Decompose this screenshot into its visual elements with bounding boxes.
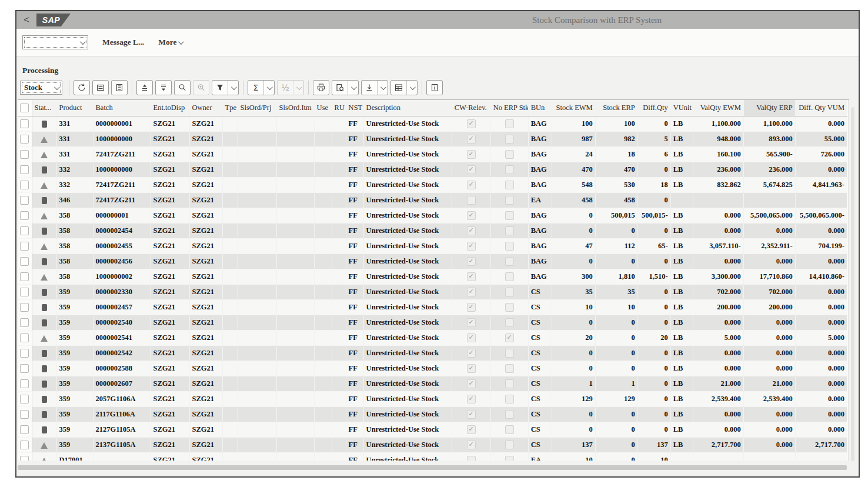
sort-ascending-button[interactable] — [136, 80, 153, 95]
chevron-down-icon[interactable] — [406, 81, 417, 95]
col-header-ru[interactable]: RU — [332, 100, 346, 116]
table-row[interactable]: 3580000002456SZG21SZG21FFUnrestricted-Us… — [18, 254, 847, 269]
table-row[interactable]: 33272417ZG211SZG21SZG21FFUnrestricted-Us… — [18, 178, 847, 193]
table-row[interactable]: 3311000000000SZG21SZG21FFUnrestricted-Us… — [18, 132, 847, 147]
print-button[interactable] — [313, 80, 329, 95]
table-row[interactable]: 3590000002588SZG21SZG21FFUnrestricted-Us… — [18, 361, 847, 376]
table-row[interactable]: 3590000002542SZG21SZG21FFUnrestricted-Us… — [18, 346, 847, 361]
filter-button[interactable] — [212, 80, 239, 95]
check-entries-button[interactable] — [111, 80, 128, 95]
table-row[interactable]: 3580000002454SZG21SZG21FFUnrestricted-Us… — [18, 224, 847, 239]
col-header-use[interactable]: Use — [314, 100, 332, 116]
table-row[interactable]: 3592117G1106ASZG21SZG21FFUnrestricted-Us… — [18, 407, 847, 422]
table-row[interactable]: D17001SZG21SZG21FFUnrestricted-Use Stock… — [18, 453, 847, 461]
views-button[interactable] — [390, 80, 418, 95]
table-row[interactable]: 33172417ZG211SZG21SZG21FFUnrestricted-Us… — [18, 147, 847, 162]
status-cell — [32, 239, 56, 254]
table-row[interactable]: 3590000002541SZG21SZG21FFUnrestricted-Us… — [18, 331, 847, 346]
row-checkbox[interactable] — [20, 211, 29, 220]
row-checkbox[interactable] — [20, 135, 29, 144]
col-header-owner[interactable]: Owner — [189, 100, 222, 116]
row-checkbox[interactable] — [20, 257, 29, 266]
chevron-down-icon[interactable] — [293, 81, 303, 95]
row-checkbox[interactable] — [20, 441, 29, 449]
col-header-noErpStk[interactable]: No ERP Stk — [490, 100, 528, 116]
table-row[interactable]: 3592057G1106ASZG21SZG21FFUnrestricted-Us… — [18, 392, 847, 407]
details-button[interactable] — [92, 80, 109, 95]
row-checkbox[interactable] — [20, 303, 29, 312]
table-row[interactable]: 3590000002540SZG21SZG21FFUnrestricted-Us… — [18, 315, 847, 331]
table-row[interactable]: 3321000000000SZG21SZG21FFUnrestricted-Us… — [18, 162, 847, 178]
table-row[interactable]: 3590000002457SZG21SZG21FFUnrestricted-Us… — [18, 300, 847, 315]
table-row[interactable]: 34672417ZG211SZG21SZG21FFUnrestricted-Us… — [18, 193, 847, 208]
refresh-button[interactable] — [74, 80, 90, 95]
col-header-valQtyErp[interactable]: ValQty ERP — [743, 100, 795, 116]
back-button[interactable]: < — [16, 11, 36, 29]
export-view-button[interactable] — [332, 80, 359, 95]
table-row[interactable]: 3592127G1105ASZG21SZG21FFUnrestricted-Us… — [18, 422, 847, 438]
transaction-code-input[interactable] — [22, 35, 88, 49]
table-row[interactable]: 358000000001SZG21SZG21FFUnrestricted-Use… — [18, 208, 847, 224]
table-row[interactable]: 3580000002455SZG21SZG21FFUnrestricted-Us… — [18, 239, 847, 254]
valQtyEwm-cell — [693, 193, 743, 208]
sort-descending-button[interactable] — [155, 80, 172, 95]
chevron-down-icon[interactable] — [377, 81, 388, 95]
row-checkbox[interactable] — [20, 410, 29, 419]
row-checkbox[interactable] — [20, 150, 29, 159]
col-header-bun[interactable]: BUn — [528, 100, 552, 116]
row-checkbox[interactable] — [20, 196, 29, 205]
chevron-down-icon[interactable] — [228, 81, 238, 95]
row-checkbox[interactable] — [20, 395, 29, 403]
col-header-select-all[interactable] — [18, 100, 32, 116]
col-header-slsOrdItm[interactable]: SlsOrd.Itm — [276, 100, 314, 116]
row-checkbox[interactable] — [20, 165, 29, 174]
col-header-diffQtyVum[interactable]: Diff. Qty VUM — [795, 100, 847, 116]
col-header-nst[interactable]: NST — [346, 100, 363, 116]
row-checkbox[interactable] — [20, 333, 29, 342]
col-header-vunit[interactable]: VUnit — [670, 100, 693, 116]
col-header-description[interactable]: Description — [363, 100, 452, 116]
horizontal-scrollbar[interactable] — [18, 465, 847, 470]
col-header-stockErp[interactable]: Stock ERP — [595, 100, 637, 116]
message-log-button[interactable]: Message L... — [102, 38, 144, 47]
row-checkbox[interactable] — [20, 425, 29, 434]
find-button[interactable] — [174, 80, 191, 95]
status-square-icon — [42, 289, 47, 296]
view-selector-dropdown[interactable]: Stock — [20, 81, 62, 95]
col-header-stockEwm[interactable]: Stock EWM — [552, 100, 595, 116]
table-row[interactable]: 3590000002607SZG21SZG21FFUnrestricted-Us… — [18, 376, 847, 392]
row-checkbox[interactable] — [20, 456, 29, 461]
col-header-batch[interactable]: Batch — [93, 100, 151, 116]
more-menu-button[interactable]: More — [158, 38, 182, 47]
col-header-tpe[interactable]: Tpe — [222, 100, 238, 116]
row-checkbox[interactable] — [20, 288, 29, 296]
sum-button[interactable]: Σ — [248, 80, 275, 95]
vertical-scrollbar[interactable] — [851, 107, 854, 461]
col-header-entToDisp[interactable]: Ent.toDisp — [151, 100, 189, 116]
col-header-status[interactable]: Stat... — [32, 100, 56, 116]
row-checkbox[interactable] — [20, 226, 29, 235]
table-settings-button[interactable] — [426, 80, 443, 95]
cwRelev-checkbox: ✓ — [467, 441, 476, 449]
col-header-cwRelev[interactable]: CW-Relev. — [452, 100, 490, 116]
col-header-valQtyEwm[interactable]: ValQty EWM — [693, 100, 743, 116]
row-checkbox[interactable] — [20, 272, 29, 281]
download-button[interactable] — [361, 80, 388, 95]
col-header-product[interactable]: Product — [56, 100, 93, 116]
table-row[interactable]: 3592137G1105ASZG21SZG21FFUnrestricted-Us… — [18, 438, 847, 453]
table-row[interactable]: 3310000000001SZG21SZG21FFUnrestricted-Us… — [18, 116, 847, 132]
row-checkbox[interactable] — [20, 318, 29, 327]
table-row[interactable]: 3581000000002SZG21SZG21FFUnrestricted-Us… — [18, 269, 847, 285]
row-checkbox[interactable] — [20, 181, 29, 189]
table-row[interactable]: 3590000002330SZG21SZG21FFUnrestricted-Us… — [18, 285, 847, 300]
col-header-diffQty[interactable]: Diff.Qty — [637, 100, 670, 116]
row-checkbox[interactable] — [20, 379, 29, 388]
chevron-down-icon[interactable] — [348, 81, 358, 95]
chevron-down-icon[interactable] — [263, 81, 274, 95]
row-checkbox[interactable] — [20, 364, 29, 373]
row-checkbox[interactable] — [20, 119, 29, 128]
row-checkbox[interactable] — [20, 349, 29, 358]
select-all-checkbox[interactable] — [20, 104, 29, 112]
col-header-slsOrdPrj[interactable]: SlsOrd/Prj — [238, 100, 276, 116]
row-checkbox[interactable] — [20, 242, 29, 251]
